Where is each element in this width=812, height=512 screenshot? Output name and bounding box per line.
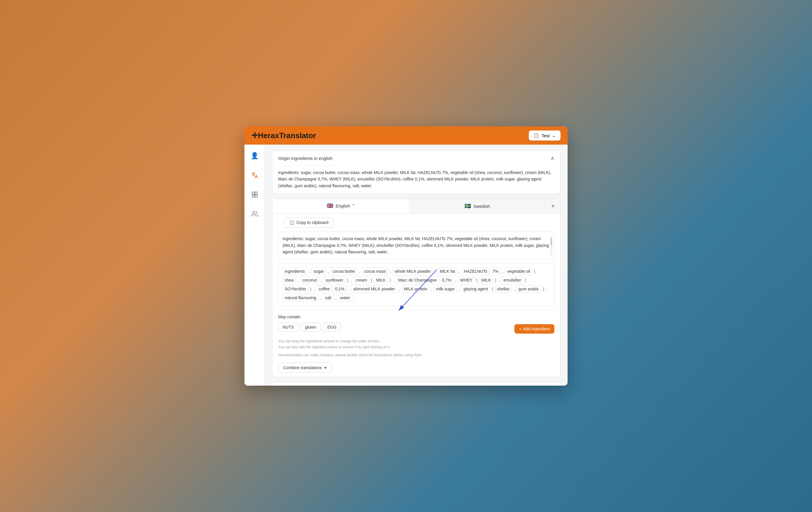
sidebar: 👤 (244, 145, 265, 386)
ingredient-token[interactable]: shellac (495, 285, 512, 293)
ingredient-token[interactable]: vegetable oil (505, 267, 532, 275)
ingredient-token[interactable]: milk sugar (434, 285, 457, 293)
ingredient-token[interactable]: whole MILK powder (393, 267, 433, 275)
punctuation-token: , (350, 277, 352, 283)
sidebar-item-translate[interactable] (250, 170, 260, 180)
ingredient-token[interactable]: coconut (300, 276, 319, 284)
origin-header: Origin ingredients in english ∧ (272, 151, 560, 166)
translation-card: 🇬🇧 English * 🇸🇪 Swedish + 📋 Copy to clip… (272, 199, 560, 377)
punctuation-token: : (308, 268, 311, 274)
scrollbar-track (551, 235, 552, 256)
allergen-gluten[interactable]: gluten (300, 323, 320, 332)
may-contain-section: May contain NUTS gluten EGG + Add ingred… (272, 310, 560, 377)
clipboard-btn-label: Copy to clipboard (296, 220, 328, 225)
token-container: ingredients:sugar,cocoa butter,cocoa mas… (278, 263, 554, 306)
origin-collapse-icon[interactable]: ∧ (551, 155, 554, 161)
ingredient-token[interactable]: ingredients (283, 267, 307, 275)
tab-swedish[interactable]: 🇸🇪 Swedish (409, 199, 546, 213)
punctuation-token: , (434, 268, 437, 274)
add-ingredient-label: Add ingredient (523, 326, 550, 331)
ingredient-token[interactable]: cocoa mass (362, 267, 388, 275)
allergen-tags: NUTS gluten EGG (278, 323, 341, 332)
ingredient-token[interactable]: 0,7% (440, 276, 453, 284)
ingredient-token[interactable]: glazing agent (462, 285, 490, 293)
ingredient-token[interactable]: MILK (480, 276, 493, 284)
punctuation-token: , (455, 277, 457, 283)
ingredient-token[interactable]: emulsifier (501, 276, 523, 284)
punctuation-token: ) (494, 277, 497, 283)
ingredient-token[interactable]: cream (354, 276, 369, 284)
ingredient-token[interactable]: coffee (317, 285, 332, 293)
ingredient-token[interactable]: natural flavouring (283, 294, 318, 302)
tab-english[interactable]: 🇬🇧 English * (272, 199, 409, 213)
punctuation-token: , (393, 277, 395, 283)
punctuation-token: ) (309, 286, 312, 292)
punctuation-token: , (498, 277, 500, 283)
edit-hint-text: You can also edit the ingredient name or… (278, 344, 554, 350)
copy-clipboard-button[interactable]: 📋 Copy to clipboard (284, 218, 334, 227)
app-body: 👤 (244, 145, 568, 386)
punctuation-token: , (430, 286, 433, 292)
sidebar-item-team[interactable] (250, 209, 260, 219)
ingredient-token[interactable]: Marc de Champagne (396, 276, 439, 284)
scrollbar-thumb[interactable] (551, 238, 552, 246)
ingredient-token[interactable]: 0,1% (333, 285, 347, 293)
ingredient-token[interactable]: gum arabic (517, 285, 541, 293)
punctuation-token: ) (346, 277, 349, 283)
logo-prefix: ✛ (252, 131, 258, 140)
svg-rect-0 (252, 192, 254, 194)
origin-title: Origin ingredients in english (278, 156, 332, 161)
swedish-tab-label: Swedish (473, 204, 490, 209)
logo-text: HeraxTranslator (258, 131, 316, 140)
app-logo: ✛HeraxTranslator (252, 131, 316, 140)
ingredient-token[interactable]: water (338, 294, 352, 302)
punctuation-token: ( (371, 277, 373, 283)
punctuation-token: ( (524, 277, 527, 283)
ingredient-token[interactable]: salt (323, 294, 334, 302)
test-button[interactable]: 📋 Test ⌄ (529, 131, 560, 141)
ingredient-token[interactable]: cocoa butter (330, 267, 357, 275)
ingredient-token[interactable]: MILK (374, 276, 388, 284)
punctuation-token: , (313, 286, 316, 292)
svg-point-4 (253, 211, 255, 214)
punctuation-token: ( (533, 268, 536, 274)
add-icon: + (519, 326, 521, 331)
punctuation-token: , (358, 268, 361, 274)
svg-rect-1 (255, 192, 257, 194)
punctuation-token: , (513, 286, 515, 292)
sidebar-item-user[interactable]: 👤 (250, 150, 260, 161)
allergen-egg[interactable]: EGG (323, 323, 341, 332)
ingredient-token[interactable]: WHEY (458, 276, 474, 284)
drag-hint-text: You can drag the ingredients around to c… (278, 339, 554, 344)
ingredient-token[interactable]: MILK fat (438, 267, 457, 275)
translation-text-box: ingredients: sugar, cocoa butter, cocoa … (278, 232, 554, 259)
required-indicator: * (352, 203, 355, 209)
combine-translations-button[interactable]: Combine translations ▾ (278, 363, 331, 373)
ingredient-token[interactable]: 7% (490, 267, 500, 275)
ingredient-token[interactable]: sunflower (323, 276, 345, 284)
punctuation-token: ) (542, 286, 545, 292)
clipboard-header-icon: 📋 (533, 133, 539, 138)
ingredient-token[interactable]: skimmed MILK powder (351, 285, 397, 293)
add-ingredient-button[interactable]: + Add ingredient (514, 324, 554, 334)
ingredient-token[interactable]: MILK protein (402, 285, 429, 293)
ingredient-token[interactable]: HAZELNUTs (462, 267, 489, 275)
allergen-nuts[interactable]: NUTS (278, 323, 298, 332)
ingredient-token[interactable]: shea (283, 276, 295, 284)
english-tab-label: English (336, 203, 350, 208)
main-content: Origin ingredients in english ∧ ingredie… (265, 145, 568, 386)
punctuation-token: , (501, 268, 504, 274)
punctuation-token: , (546, 286, 548, 292)
english-flag: 🇬🇧 (327, 202, 333, 209)
svg-rect-2 (252, 195, 254, 197)
ingredient-token[interactable]: sugar (311, 267, 326, 275)
punctuation-token: ) (389, 277, 392, 283)
punctuation-token: . (353, 295, 356, 301)
punctuation-token: , (327, 268, 329, 274)
sidebar-item-grid[interactable] (250, 189, 260, 200)
origin-text: ingredients: sugar, cocoa butter, cocoa … (272, 166, 560, 194)
punctuation-token: , (319, 295, 322, 301)
ingredient-token[interactable]: SOYlecithin (283, 285, 308, 293)
add-language-button[interactable]: + (546, 199, 560, 213)
drag-hint: You can drag the ingredients around to c… (278, 339, 554, 350)
